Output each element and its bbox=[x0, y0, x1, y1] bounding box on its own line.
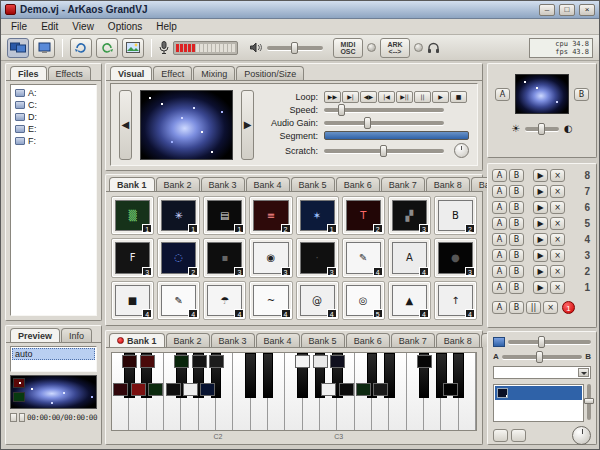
speed-slider-handle[interactable] bbox=[338, 104, 345, 116]
grid-cell[interactable]: ▒1 bbox=[111, 196, 154, 235]
master-knob[interactable] bbox=[572, 426, 591, 445]
assign-b-button[interactable]: B bbox=[509, 233, 524, 246]
loop-mode-stop-button[interactable]: ■ bbox=[450, 91, 467, 103]
audio-gain-slider[interactable] bbox=[324, 121, 444, 125]
tab-bank-1[interactable]: Bank 1 bbox=[109, 177, 155, 191]
grid-cell[interactable]: ✎4 bbox=[342, 238, 385, 277]
key-thumbnail[interactable] bbox=[373, 383, 388, 396]
play-layer-button[interactable]: ▶ bbox=[533, 217, 548, 230]
clear-layer-button[interactable]: × bbox=[550, 265, 565, 278]
grid-cell[interactable]: ▪3 bbox=[203, 238, 246, 277]
grid-cell[interactable]: ▞3 bbox=[388, 196, 431, 235]
layer-list[interactable] bbox=[493, 384, 584, 422]
assign-b-button[interactable]: B bbox=[509, 169, 524, 182]
grid-cell[interactable]: F3 bbox=[111, 238, 154, 277]
menu-file[interactable]: File bbox=[4, 20, 34, 33]
segment-range-slider[interactable] bbox=[324, 131, 469, 140]
assign-a-button[interactable]: A bbox=[492, 169, 507, 182]
tab-bank-2[interactable]: Bank 2 bbox=[156, 177, 200, 191]
play-layer-button[interactable]: ▶ bbox=[533, 281, 548, 294]
key-thumbnail[interactable] bbox=[183, 383, 198, 396]
play-layer-button[interactable]: ▶ bbox=[533, 249, 548, 262]
play-layer-button[interactable]: ▶ bbox=[533, 201, 548, 214]
speed-slider[interactable] bbox=[324, 108, 444, 112]
assign-b-button[interactable]: B bbox=[509, 217, 524, 230]
assign-b-button[interactable]: B bbox=[509, 201, 524, 214]
clear-layer-button[interactable]: × bbox=[550, 201, 565, 214]
list-item-auto[interactable]: auto bbox=[12, 348, 95, 360]
menu-help[interactable]: Help bbox=[149, 20, 184, 33]
assign-a-button[interactable]: A bbox=[492, 265, 507, 278]
tree-item-drive[interactable]: C: bbox=[13, 99, 94, 111]
previous-preset-button[interactable] bbox=[493, 429, 508, 442]
tab-kb-bank-8[interactable]: Bank 8 bbox=[436, 333, 480, 347]
master-speed-slider[interactable] bbox=[508, 340, 591, 344]
black-key[interactable] bbox=[263, 353, 273, 398]
key-thumbnail[interactable] bbox=[356, 383, 371, 396]
grid-cell[interactable]: ≡2 bbox=[249, 196, 292, 235]
assign-a-button[interactable]: A bbox=[492, 201, 507, 214]
scratch-slider-handle[interactable] bbox=[380, 145, 387, 157]
channel-a-button[interactable]: A bbox=[495, 88, 510, 101]
next-visual-button[interactable]: ▶ bbox=[241, 90, 254, 160]
tab-bank-7[interactable]: Bank 7 bbox=[381, 177, 425, 191]
key-thumbnail[interactable] bbox=[295, 355, 310, 368]
grid-cell[interactable]: A4 bbox=[388, 238, 431, 277]
key-thumbnail[interactable] bbox=[330, 355, 345, 368]
grid-cell[interactable]: @4 bbox=[296, 281, 339, 320]
tab-kb-bank-4[interactable]: Bank 4 bbox=[256, 333, 300, 347]
tab-kb-bank-2[interactable]: Bank 2 bbox=[166, 333, 210, 347]
grid-cell[interactable]: ●3 bbox=[434, 238, 477, 277]
volume-slider-handle[interactable] bbox=[291, 42, 298, 54]
grid-cell[interactable]: ✎4 bbox=[157, 281, 200, 320]
tab-kb-bank-3[interactable]: Bank 3 bbox=[211, 333, 255, 347]
brightness-slider[interactable] bbox=[525, 127, 559, 131]
previous-visual-button[interactable]: ◀ bbox=[119, 90, 132, 160]
scratch-slider[interactable] bbox=[324, 149, 444, 153]
tab-visual[interactable]: Visual bbox=[110, 66, 152, 80]
key-thumbnail[interactable] bbox=[417, 355, 432, 368]
crossfader-handle[interactable] bbox=[536, 351, 543, 363]
key-thumbnail[interactable] bbox=[122, 355, 137, 368]
menu-edit[interactable]: Edit bbox=[34, 20, 65, 33]
file-tree[interactable]: A: C: D: E: F: bbox=[10, 84, 97, 316]
clear-layer-button[interactable]: × bbox=[550, 249, 565, 262]
clear-layer-button[interactable]: × bbox=[550, 281, 565, 294]
ark-connect-button[interactable]: ARK<--> bbox=[380, 38, 410, 58]
tab-bank-6[interactable]: Bank 6 bbox=[336, 177, 380, 191]
grid-cell[interactable]: ◉3 bbox=[249, 238, 292, 277]
tab-position-size[interactable]: Position/Size bbox=[236, 66, 304, 80]
tree-item-drive[interactable]: E: bbox=[13, 123, 94, 135]
assign-a-button[interactable]: A bbox=[492, 249, 507, 262]
clear-layer-button[interactable]: × bbox=[550, 217, 565, 230]
assign-b-button[interactable]: B bbox=[509, 249, 524, 262]
loop-mode-reverse-button[interactable]: |◀ bbox=[378, 91, 395, 103]
minimize-button[interactable]: – bbox=[539, 4, 555, 16]
brightness-slider-handle[interactable] bbox=[538, 123, 545, 135]
play-layer-button[interactable]: ▶ bbox=[533, 265, 548, 278]
play-layer-button[interactable]: ▶ bbox=[533, 233, 548, 246]
output-fullscreen-button[interactable] bbox=[7, 38, 29, 58]
grid-cell[interactable]: ■4 bbox=[111, 281, 154, 320]
tab-kb-bank-5[interactable]: Bank 5 bbox=[301, 333, 345, 347]
title-bar[interactable]: Demo.vj - ArKaos GrandVJ – □ × bbox=[1, 1, 599, 19]
grid-cell[interactable]: ↑4 bbox=[434, 281, 477, 320]
assign-a-button[interactable]: A bbox=[492, 281, 507, 294]
menu-view[interactable]: View bbox=[65, 20, 101, 33]
grid-cell[interactable]: ✶1 bbox=[296, 196, 339, 235]
output-preview-button[interactable] bbox=[33, 38, 55, 58]
master-a-button[interactable]: A bbox=[492, 301, 507, 314]
tab-bank-4[interactable]: Bank 4 bbox=[246, 177, 290, 191]
next-preset-button[interactable] bbox=[511, 429, 526, 442]
assign-a-button[interactable]: A bbox=[492, 217, 507, 230]
key-thumbnail[interactable] bbox=[321, 383, 336, 396]
play-layer-button[interactable]: ▶ bbox=[533, 169, 548, 182]
tree-item-drive[interactable]: F: bbox=[13, 135, 94, 147]
snapshot-button[interactable] bbox=[122, 38, 144, 58]
loop-mode-forward-button[interactable]: ▶▶ bbox=[324, 91, 341, 103]
master-b-button[interactable]: B bbox=[509, 301, 524, 314]
key-thumbnail[interactable] bbox=[209, 355, 224, 368]
loop-mode-once-button[interactable]: ▶| bbox=[342, 91, 359, 103]
tab-bank-8[interactable]: Bank 8 bbox=[426, 177, 470, 191]
grid-cell[interactable]: ✳1 bbox=[157, 196, 200, 235]
